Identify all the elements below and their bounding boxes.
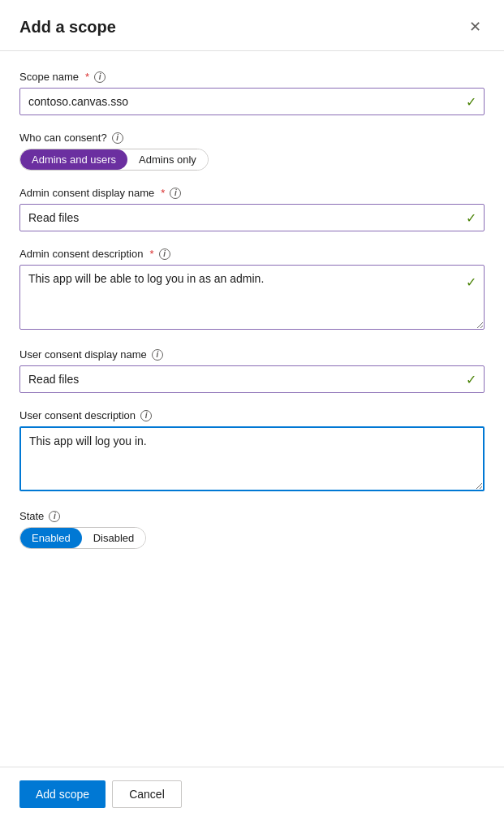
state-disabled-option[interactable]: Disabled bbox=[82, 528, 146, 548]
user-consent-description-textarea-wrapper bbox=[19, 426, 485, 494]
admin-consent-display-name-input[interactable] bbox=[19, 204, 485, 231]
state-info-icon[interactable]: i bbox=[49, 511, 60, 522]
user-consent-display-name-input[interactable] bbox=[19, 365, 485, 393]
scope-name-input[interactable] bbox=[19, 88, 485, 115]
user-consent-display-name-group: User consent display name i ✓ bbox=[19, 348, 485, 393]
user-consent-description-info-icon[interactable]: i bbox=[140, 410, 152, 421]
state-group: State i Enabled Disabled bbox=[19, 510, 485, 549]
user-consent-description-group: User consent description i bbox=[19, 409, 485, 494]
admin-consent-description-label: Admin consent description * i bbox=[19, 248, 485, 260]
scope-name-group: Scope name * i ✓ bbox=[19, 71, 485, 115]
consent-admins-only-option[interactable]: Admins only bbox=[127, 149, 208, 170]
admin-consent-display-name-check-icon: ✓ bbox=[466, 210, 476, 226]
state-enabled-option[interactable]: Enabled bbox=[20, 528, 82, 548]
scope-name-check-icon: ✓ bbox=[466, 94, 476, 110]
required-indicator-3: * bbox=[149, 248, 153, 260]
modal: Add a scope ✕ Scope name * i ✓ Who can c… bbox=[0, 0, 504, 821]
who-can-consent-info-icon[interactable]: i bbox=[112, 132, 123, 144]
user-consent-description-textarea[interactable] bbox=[19, 426, 485, 491]
cancel-button[interactable]: Cancel bbox=[112, 780, 182, 808]
user-consent-display-name-label: User consent display name i bbox=[19, 348, 485, 361]
user-consent-display-name-info-icon[interactable]: i bbox=[152, 349, 163, 361]
admin-consent-display-name-info-icon[interactable]: i bbox=[170, 188, 181, 199]
modal-title: Add a scope bbox=[19, 18, 116, 37]
user-consent-display-name-check-icon: ✓ bbox=[466, 372, 476, 387]
user-consent-display-name-input-wrapper: ✓ bbox=[19, 365, 485, 393]
admin-consent-description-info-icon[interactable]: i bbox=[159, 248, 170, 260]
required-indicator-2: * bbox=[161, 187, 165, 199]
admin-consent-description-group: Admin consent description * i ✓ bbox=[19, 248, 485, 332]
modal-footer: Add scope Cancel bbox=[0, 767, 504, 821]
admin-consent-display-name-group: Admin consent display name * i ✓ bbox=[19, 187, 485, 231]
admin-consent-description-check-icon: ✓ bbox=[466, 274, 476, 290]
required-indicator: * bbox=[85, 71, 89, 83]
state-label: State i bbox=[19, 510, 485, 522]
user-consent-description-label: User consent description i bbox=[19, 409, 485, 421]
consent-admins-and-users-option[interactable]: Admins and users bbox=[20, 149, 127, 170]
state-toggle-group: Enabled Disabled bbox=[19, 527, 146, 549]
close-button[interactable]: ✕ bbox=[466, 16, 485, 37]
admin-consent-display-name-input-wrapper: ✓ bbox=[19, 204, 485, 231]
modal-body: Scope name * i ✓ Who can consent? i Admi… bbox=[0, 51, 504, 767]
who-can-consent-label: Who can consent? i bbox=[19, 132, 485, 144]
admin-consent-description-textarea[interactable] bbox=[19, 265, 485, 330]
consent-toggle-group: Admins and users Admins only bbox=[19, 149, 209, 171]
admin-consent-description-textarea-wrapper: ✓ bbox=[19, 265, 485, 332]
scope-name-label: Scope name * i bbox=[19, 71, 485, 83]
modal-header: Add a scope ✕ bbox=[0, 0, 504, 51]
scope-name-info-icon[interactable]: i bbox=[94, 71, 106, 83]
scope-name-input-wrapper: ✓ bbox=[19, 88, 485, 115]
add-scope-button[interactable]: Add scope bbox=[19, 780, 106, 808]
admin-consent-display-name-label: Admin consent display name * i bbox=[19, 187, 485, 199]
who-can-consent-group: Who can consent? i Admins and users Admi… bbox=[19, 132, 485, 171]
